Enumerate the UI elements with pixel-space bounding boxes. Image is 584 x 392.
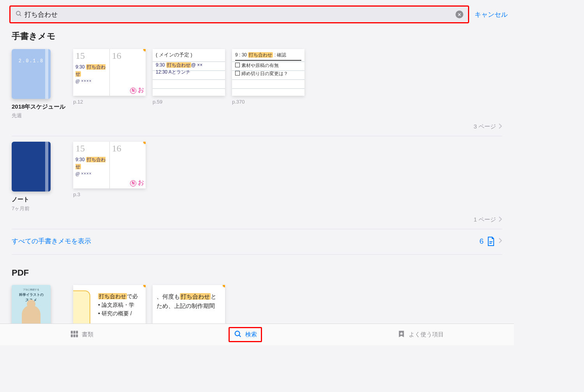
- text: 9:30: [156, 62, 166, 68]
- text: と: [211, 293, 216, 300]
- show-all-count-link[interactable]: 6: [479, 236, 502, 246]
- result-row: プロに依頼する 科学イラストの ススメ 打ち合わせで必 論文原稿・学 研究の概要…: [12, 285, 502, 326]
- results-scroll[interactable]: 手書きメモ 2.0.1.8 2018年スケジュール 先週 15 9:30 打ち合…: [0, 29, 514, 326]
- text: で必: [127, 293, 138, 299]
- search-hit: 打ち合わせ: [166, 62, 191, 68]
- search-field-highlight: [9, 5, 469, 23]
- show-all-link[interactable]: すべての手書きメモを表示: [12, 237, 91, 246]
- marker-icon: N: [130, 180, 136, 186]
- text: 研究の概要 /: [76, 309, 143, 318]
- pdf-cover: プロに依頼する 科学イラストの ススメ: [12, 285, 51, 326]
- notebook-title: ノート: [12, 195, 66, 203]
- page-thumb[interactable]: ( メインの予定 ) 9:30 打ち合わせ@ ×× 12:30 Aとランチ p.…: [153, 49, 225, 105]
- text: : 確認: [273, 52, 286, 58]
- page-thumb[interactable]: 9 : 30 打ち合わせ : 確認 素材や原稿の有無 締め切り日の変更は？ p.…: [232, 49, 304, 105]
- text: @ ××: [191, 62, 203, 68]
- chevron-right-icon: [498, 237, 502, 245]
- search-hit: 打ち合わせ: [248, 52, 273, 58]
- date-label: 15: [76, 143, 107, 154]
- text: 9 : 30: [235, 52, 248, 58]
- notebook-title: 2018年スケジュール: [12, 103, 66, 111]
- result-row: ノート 7ヶ月前 15 9:30 打ち合わせ @ ×××× 16 N お: [12, 142, 502, 212]
- text: 締め切り日の変更は？: [241, 71, 288, 76]
- search-hit: 打ち合わせ: [98, 293, 127, 299]
- svg-rect-10: [73, 334, 75, 337]
- tab-search[interactable]: 検索: [229, 327, 262, 342]
- svg-point-12: [235, 331, 240, 336]
- result-row: 2.0.1.8 2018年スケジュール 先週 15 9:30 打ち合わせ @ ×…: [12, 49, 502, 119]
- notebook-item[interactable]: ノート 7ヶ月前: [12, 142, 66, 212]
- text: 科学イラストの: [14, 292, 48, 297]
- notebook-item[interactable]: 2.0.1.8 2018年スケジュール 先週: [12, 49, 66, 119]
- page-thumb[interactable]: 15 9:30 打ち合わせ @ ×××× 16 N お p.12: [73, 49, 146, 105]
- text: @ ××××: [76, 77, 107, 84]
- date-label: 16: [112, 51, 144, 61]
- notebook-subtitle: 7ヶ月前: [12, 205, 66, 212]
- chevron-right-icon: [498, 123, 502, 130]
- text: 9:30: [76, 64, 86, 70]
- text: 、何度も: [157, 293, 180, 300]
- pages-count: 1 ページ: [473, 216, 496, 223]
- show-all-row: すべての手書きメモを表示 6: [12, 229, 502, 255]
- text: お: [138, 86, 144, 93]
- notebook-cover: [12, 142, 51, 192]
- search-input[interactable]: [25, 11, 453, 18]
- text: 9:30: [76, 157, 86, 162]
- sync-status-icon: [222, 285, 225, 288]
- date-label: 16: [112, 143, 144, 154]
- search-hit: 打ち合わせ: [180, 293, 211, 300]
- page-thumbnails: 打ち合わせで必 論文原稿・学 研究の概要 / 、何度も打ち合わせと ため、上記の…: [73, 285, 502, 326]
- notebook-cover: 2.0.1.8: [12, 49, 51, 99]
- pages-count-link[interactable]: 3 ページ: [12, 119, 502, 136]
- tab-label: よく使う項目: [409, 331, 444, 338]
- grid-icon: [70, 330, 79, 339]
- text: @ ××××: [76, 170, 107, 177]
- pages-count-link[interactable]: 1 ページ: [12, 212, 502, 229]
- svg-point-0: [16, 11, 20, 15]
- page-number: p.3: [73, 192, 146, 197]
- date-label: 15: [76, 51, 107, 61]
- sync-status-icon: [142, 285, 146, 288]
- tab-documents[interactable]: 書類: [65, 327, 98, 342]
- notebook-subtitle: 先週: [12, 112, 66, 119]
- svg-rect-7: [73, 331, 75, 334]
- notebook-item[interactable]: プロに依頼する 科学イラストの ススメ: [12, 285, 66, 326]
- text: プロに依頼する: [14, 288, 48, 292]
- section-title: PDF: [12, 268, 502, 278]
- svg-line-13: [239, 335, 241, 337]
- section-title: 手書きメモ: [12, 30, 502, 42]
- text: 素材や原稿の有無: [241, 63, 279, 68]
- pages-count: 3 ページ: [473, 123, 496, 130]
- star-bookmark-icon: [397, 330, 406, 339]
- svg-rect-11: [76, 334, 78, 337]
- tab-label: 書類: [82, 331, 93, 338]
- illustration-icon: [22, 305, 40, 326]
- marker-icon: N: [130, 88, 136, 94]
- page-thumb[interactable]: 打ち合わせで必 論文原稿・学 研究の概要 /: [73, 285, 146, 326]
- page-number: p.12: [73, 99, 146, 105]
- checkbox-icon: [235, 63, 240, 67]
- page-thumbnails: 15 9:30 打ち合わせ @ ×××× 16 N お p.12: [73, 49, 502, 105]
- chevron-right-icon: [498, 216, 502, 223]
- tab-favorites[interactable]: よく使う項目: [392, 327, 449, 342]
- page-number: p.370: [232, 99, 304, 105]
- text: ため、上記の制作期間: [155, 301, 223, 311]
- search-field[interactable]: [11, 7, 468, 22]
- page-thumb[interactable]: 、何度も打ち合わせと ため、上記の制作期間: [153, 285, 225, 326]
- page-number: p.59: [153, 99, 225, 105]
- text: ( メインの予定 ): [156, 51, 222, 58]
- document-icon: [487, 236, 495, 246]
- page-thumb[interactable]: 15 9:30 打ち合わせ @ ×××× 16 N お p.3: [73, 142, 146, 197]
- text: お: [138, 179, 144, 186]
- cover-year: 2.0.1.8: [12, 58, 51, 64]
- clear-search-icon[interactable]: [456, 11, 463, 18]
- result-count: 6: [479, 237, 484, 246]
- svg-rect-9: [70, 334, 72, 337]
- tab-bar: 書類 検索 よく使う項目: [0, 323, 514, 345]
- svg-rect-6: [70, 331, 72, 334]
- search-icon: [15, 10, 22, 19]
- tab-label: 検索: [245, 331, 257, 338]
- text: 論文原稿・学: [76, 301, 143, 309]
- page-thumbnails: 15 9:30 打ち合わせ @ ×××× 16 N お p.3: [73, 142, 502, 197]
- cancel-button[interactable]: キャンセル: [475, 10, 508, 19]
